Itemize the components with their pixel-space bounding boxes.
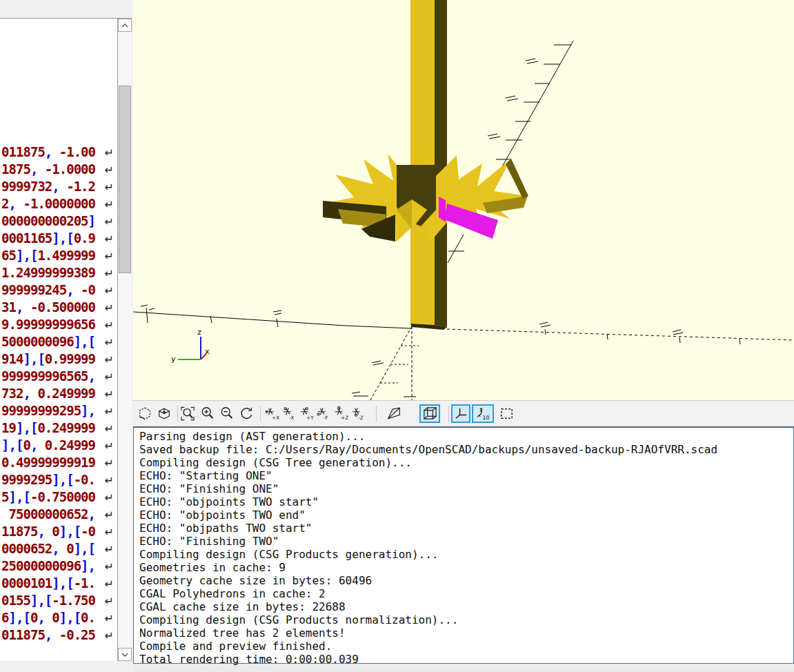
line-wrap-icon: ↵: [105, 506, 114, 524]
editor-line: 732, 0.249999↵: [0, 385, 117, 402]
line-wrap-icon: ↵: [105, 524, 114, 541]
svg-text:-Y: -Y: [324, 415, 328, 421]
orthogonal-button[interactable]: [419, 404, 440, 423]
editor-line: 0001165],[0.9↵: [0, 230, 117, 247]
svg-text:+Z: +Z: [341, 415, 348, 421]
console-line: Compiling design (CSG Products normaliza…: [139, 613, 793, 626]
perspective-button[interactable]: [385, 404, 403, 423]
editor-line: 9.99999999656↵: [0, 316, 117, 333]
view-plus-x-icon: +X: [264, 406, 279, 422]
3d-viewport[interactable]: z y x: [133, 0, 794, 400]
reset-view-button[interactable]: [155, 404, 173, 423]
svg-text:-Z: -Z: [358, 415, 364, 421]
console-line: ECHO: "objpoints TWO end": [139, 508, 793, 522]
editor-line: 25000000096],↵: [0, 557, 117, 575]
scrollbar-down-button[interactable]: [118, 648, 132, 661]
zoom-out-button[interactable]: [218, 404, 236, 423]
editor-line: 99999999295],↵: [0, 402, 117, 419]
rotate-view-icon: [239, 406, 255, 422]
perspective-icon: [386, 406, 401, 422]
view-top-button[interactable]: +Z: [332, 404, 350, 423]
axis-indicator-x-label: x: [205, 347, 210, 356]
line-wrap-icon: ↵: [105, 610, 114, 627]
editor-line: 999999996565,↵: [0, 368, 117, 385]
toolbar-separator: [177, 406, 178, 422]
console-line: ECHO: "Finishing TWO": [139, 535, 793, 548]
editor-pane: 011875, -1.00↵1875, -1.0000↵9999732, -1.…: [0, 0, 133, 672]
openscad-window: 011875, -1.00↵1875, -1.0000↵9999732, -1.…: [0, 0, 794, 672]
line-wrap-icon: ↵: [105, 627, 114, 644]
svg-text:10: 10: [482, 415, 489, 421]
console-line: Parsing design (AST generation)...: [139, 430, 793, 443]
editor-line: 11875, 0],[-0↵: [0, 523, 117, 540]
console-pane[interactable]: Parsing design (AST generation)...Saved …: [133, 426, 794, 664]
editor-line: 1.24999999389↵: [0, 264, 117, 281]
chevron-down-icon: [121, 653, 128, 657]
star-side-dark-topright: [506, 159, 528, 199]
view-toolbar: +X -X +Y -Y +Z: [133, 400, 794, 426]
line-wrap-icon: ↵: [105, 351, 114, 368]
view-left-button[interactable]: -X: [280, 404, 298, 423]
line-wrap-icon: ↵: [105, 368, 114, 386]
console-lines: Parsing design (AST generation)...Saved …: [134, 428, 793, 666]
view-back-button[interactable]: +Y: [297, 404, 315, 423]
editor-line: 5],[-0.750000↵: [0, 488, 117, 506]
editor-line: 914],[0.99999↵: [0, 350, 117, 368]
zoom-in-button[interactable]: [199, 404, 217, 423]
rotate-view-button[interactable]: [238, 404, 256, 423]
editor-line: 1875, -1.0000↵: [0, 161, 117, 178]
show-axes-button[interactable]: [451, 404, 470, 423]
editor-line: 0000652, 0],[↵: [0, 540, 117, 557]
svg-text:+Y: +Y: [306, 415, 314, 421]
line-wrap-icon: ↵: [105, 317, 114, 334]
editor-line: 000000000205]↵: [0, 213, 117, 230]
editor-line: 999999245, -0↵: [0, 281, 117, 299]
console-line: CGAL Polyhedrons in cache: 2: [139, 587, 793, 600]
editor-line: 0155],[-1.750↵: [0, 592, 117, 609]
line-wrap-icon: ↵: [105, 593, 114, 610]
editor-line: 31, -0.500000↵: [0, 299, 117, 316]
console-line: Compiling design (CSG Tree generation)..…: [139, 456, 793, 469]
editor-lines: 011875, -1.00↵1875, -1.0000↵9999732, -1.…: [0, 144, 117, 644]
show-axes-icon: [453, 406, 469, 422]
view-bottom-button[interactable]: -Z: [349, 404, 367, 423]
console-line: Geometry cache size in bytes: 60496: [139, 574, 793, 587]
editor-line: 9999732, -1.2↵: [0, 178, 117, 195]
axis-indicator-y-label: y: [171, 355, 176, 364]
editor-text-area[interactable]: 011875, -1.00↵1875, -1.0000↵9999732, -1.…: [0, 18, 118, 661]
axis-indicator: z y x: [171, 328, 210, 364]
svg-text:-X: -X: [289, 415, 294, 421]
editor-line: 75000000652,↵: [0, 506, 117, 523]
editor-line: 011875, -1.00↵: [0, 144, 117, 161]
viewport-scene: z y x: [133, 0, 794, 400]
editor-line: 0000101],[-1.↵: [0, 575, 117, 592]
show-edges-icon: [499, 406, 515, 422]
x-axis-ruler: [133, 305, 794, 344]
editor-line: 2, -1.0000000↵: [0, 195, 117, 213]
toolbar-separator: [376, 406, 377, 422]
line-wrap-icon: ↵: [105, 282, 114, 299]
z-axis-ruler: [404, 326, 416, 400]
line-wrap-icon: ↵: [105, 455, 114, 472]
console-line: ECHO: "Starting ONE": [139, 469, 793, 482]
zoom-out-icon: [219, 406, 235, 422]
show-edges-button[interactable]: [497, 404, 516, 423]
orthogonal-icon: [422, 406, 438, 422]
view-right-button[interactable]: +X: [263, 404, 281, 423]
line-wrap-icon: ↵: [105, 403, 114, 420]
zoom-in-icon: [200, 406, 215, 422]
scrollbar-up-button[interactable]: [118, 19, 132, 32]
line-wrap-icon: ↵: [105, 334, 114, 351]
console-line: CGAL cache size in bytes: 22688: [139, 600, 793, 613]
line-wrap-icon: ↵: [105, 489, 114, 506]
view-front-button[interactable]: -Y: [315, 404, 333, 423]
show-scale-markers-button[interactable]: 10: [472, 404, 494, 423]
editor-scrollbar[interactable]: [118, 18, 132, 661]
console-line: ECHO: "Finishing ONE": [139, 482, 793, 495]
zoom-to-fit-button[interactable]: [179, 404, 197, 423]
console-line: Compile and preview finished.: [139, 640, 793, 653]
view-all-button[interactable]: [136, 404, 154, 423]
line-wrap-icon: ↵: [105, 161, 114, 179]
console-line: ECHO: "objpaths TWO start": [139, 522, 793, 535]
scrollbar-thumb[interactable]: [119, 86, 131, 273]
